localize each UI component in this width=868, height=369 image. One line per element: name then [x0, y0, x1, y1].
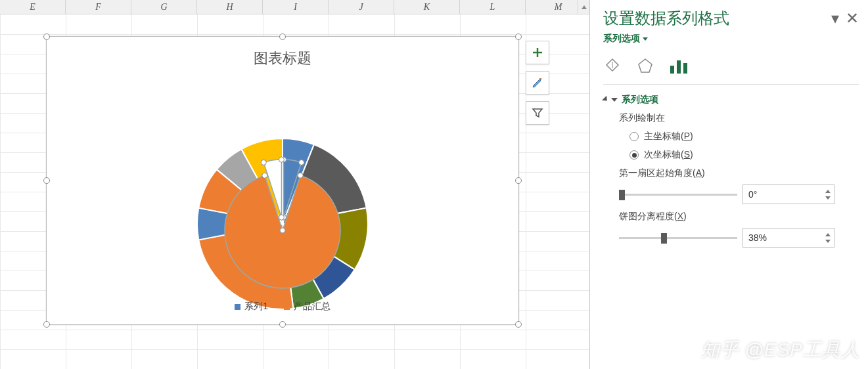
- chart-styles-button[interactable]: [526, 71, 549, 95]
- chart-side-buttons: [526, 41, 549, 125]
- col-header[interactable]: K: [394, 0, 460, 14]
- start-angle-input[interactable]: 0°: [742, 185, 834, 204]
- explosion-input[interactable]: 38%: [742, 228, 834, 248]
- radio-icon: [629, 132, 639, 141]
- legend-swatch: [235, 304, 240, 310]
- col-header[interactable]: G: [131, 0, 197, 14]
- brush-icon: [531, 76, 544, 89]
- svg-point-7: [261, 160, 266, 165]
- resize-handle[interactable]: [515, 177, 522, 184]
- legend-label: 系列1: [244, 301, 268, 313]
- col-header[interactable]: L: [460, 0, 526, 14]
- pane-title-row: 设置数据系列格式 ▾ ✕: [603, 8, 859, 29]
- series-options-tab[interactable]: [669, 56, 689, 77]
- svg-point-4: [298, 173, 303, 178]
- pie-chart[interactable]: [184, 125, 381, 322]
- pane-tabs: [603, 56, 859, 77]
- resize-handle[interactable]: [279, 33, 286, 40]
- svg-rect-12: [677, 60, 681, 74]
- pane-close-icon[interactable]: ✕: [846, 9, 859, 28]
- resize-handle[interactable]: [43, 33, 50, 40]
- spreadsheet-area[interactable]: E F G H I J K L M 图表标题: [0, 0, 589, 369]
- chart-filter-button[interactable]: [526, 101, 549, 125]
- resize-handle[interactable]: [279, 321, 286, 328]
- format-pane: 设置数据系列格式 ▾ ✕ 系列选项 系列选项 系列绘制在 主坐标轴(P) 次: [589, 0, 868, 369]
- legend-label: 产品汇总: [294, 301, 331, 313]
- pane-title: 设置数据系列格式: [603, 8, 729, 29]
- scroll-up-button[interactable]: [578, 0, 589, 14]
- svg-marker-10: [639, 59, 652, 72]
- legend-item[interactable]: 产品汇总: [284, 301, 331, 313]
- legend-item[interactable]: 系列1: [235, 301, 268, 313]
- svg-rect-13: [683, 63, 687, 74]
- filter-icon: [532, 107, 543, 119]
- spinner[interactable]: [823, 231, 833, 244]
- col-header[interactable]: J: [329, 0, 394, 14]
- radio-icon: [629, 150, 639, 160]
- resize-handle[interactable]: [515, 321, 522, 328]
- radio-label: 主坐标轴(P): [644, 131, 693, 142]
- input-value: 0°: [748, 189, 757, 200]
- svg-rect-9: [539, 78, 541, 80]
- start-angle-slider[interactable]: [619, 188, 737, 201]
- radio-label: 次坐标轴(S): [644, 149, 693, 161]
- legend-swatch: [284, 304, 290, 310]
- svg-point-2: [299, 160, 304, 165]
- svg-point-6: [279, 215, 284, 220]
- plot-on-label: 系列绘制在: [619, 112, 859, 124]
- effects-tab[interactable]: [636, 56, 654, 77]
- svg-rect-11: [670, 66, 674, 74]
- input-value: 38%: [748, 232, 767, 243]
- resize-handle[interactable]: [515, 33, 522, 40]
- divider: [603, 84, 859, 85]
- chart-object[interactable]: 图表标题 系列1 产品汇总: [46, 36, 519, 325]
- spinner[interactable]: [823, 188, 833, 201]
- fill-outline-tab[interactable]: [603, 56, 622, 77]
- col-header[interactable]: I: [263, 0, 329, 14]
- start-angle-label: 第一扇区起始角度(A): [619, 167, 859, 179]
- col-header[interactable]: F: [66, 0, 131, 14]
- explosion-label: 饼图分离程度(X): [619, 211, 859, 223]
- resize-handle[interactable]: [43, 177, 50, 184]
- col-header[interactable]: E: [0, 0, 66, 14]
- column-headers: E F G H I J K L M: [0, 0, 589, 14]
- svg-point-3: [280, 228, 285, 233]
- svg-point-8: [279, 157, 284, 162]
- section-series-options[interactable]: 系列选项: [603, 94, 859, 106]
- section-title: 系列选项: [622, 94, 658, 106]
- explosion-slider[interactable]: [619, 231, 737, 244]
- plus-icon: [532, 47, 543, 58]
- chart-title[interactable]: 图表标题: [47, 49, 518, 68]
- chart-elements-button[interactable]: [526, 41, 549, 64]
- pane-options-icon[interactable]: ▾: [831, 9, 839, 28]
- chart-legend: 系列1 产品汇总: [47, 301, 518, 313]
- svg-point-5: [262, 173, 267, 178]
- col-header[interactable]: H: [197, 0, 263, 14]
- series-options-label: 系列选项: [603, 33, 640, 45]
- collapse-icon: [611, 98, 618, 102]
- primary-axis-radio[interactable]: 主坐标轴(P): [629, 131, 859, 142]
- resize-handle[interactable]: [43, 321, 50, 328]
- secondary-axis-radio[interactable]: 次坐标轴(S): [629, 149, 859, 161]
- series-options-dropdown[interactable]: 系列选项: [603, 33, 648, 45]
